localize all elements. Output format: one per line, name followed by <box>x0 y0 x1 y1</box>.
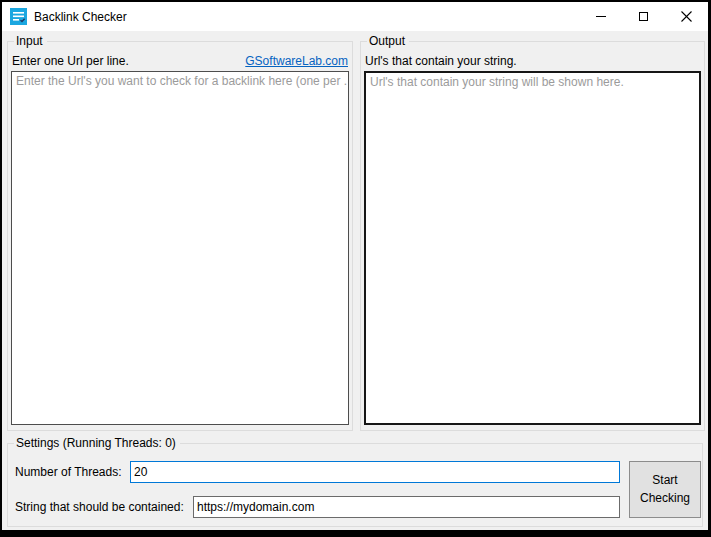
window-content: Input Enter one Url per line. GSoftwareL… <box>2 31 708 530</box>
input-caption-row: Enter one Url per line. GSoftwareLab.com <box>12 54 348 68</box>
input-group-label: Input <box>14 34 47 48</box>
backlink-checker-window: Backlink Checker Input <box>2 2 708 530</box>
input-groupbox: Input Enter one Url per line. GSoftwareL… <box>7 41 353 431</box>
settings-group-label: Settings (Running Threads: 0) <box>14 436 180 450</box>
close-icon <box>681 11 692 22</box>
threads-label: Number of Threads: <box>15 465 122 479</box>
contained-string-label: String that should be contained: <box>15 500 184 514</box>
start-checking-button[interactable]: Start Checking <box>629 461 701 518</box>
output-textarea-wrap: Url's that contain your string will be s… <box>364 71 701 425</box>
window-title: Backlink Checker <box>34 10 127 24</box>
app-icon <box>10 8 27 25</box>
gsoftwarelab-link[interactable]: GSoftwareLab.com <box>245 54 348 68</box>
close-button[interactable] <box>665 2 708 31</box>
settings-groupbox: Settings (Running Threads: 0) Number of … <box>7 443 703 527</box>
input-textarea-wrap: Enter the Url's you want to check for a … <box>11 71 349 425</box>
output-caption-row: Url's that contain your string. <box>365 54 700 68</box>
window-controls <box>579 2 708 31</box>
maximize-button[interactable] <box>622 2 665 31</box>
url-output-textarea[interactable] <box>364 71 701 425</box>
minimize-icon <box>596 16 606 17</box>
output-groupbox: Output Url's that contain your string. U… <box>360 41 705 431</box>
input-caption: Enter one Url per line. <box>12 54 129 68</box>
contained-string-input[interactable] <box>193 496 620 518</box>
threads-input[interactable] <box>130 461 620 483</box>
output-caption: Url's that contain your string. <box>365 54 517 68</box>
minimize-button[interactable] <box>579 2 622 31</box>
output-group-label: Output <box>367 34 409 48</box>
url-input-textarea[interactable] <box>11 71 349 425</box>
maximize-icon <box>639 12 648 21</box>
title-bar: Backlink Checker <box>2 2 708 31</box>
app-window-frame: Backlink Checker Input <box>0 0 711 537</box>
